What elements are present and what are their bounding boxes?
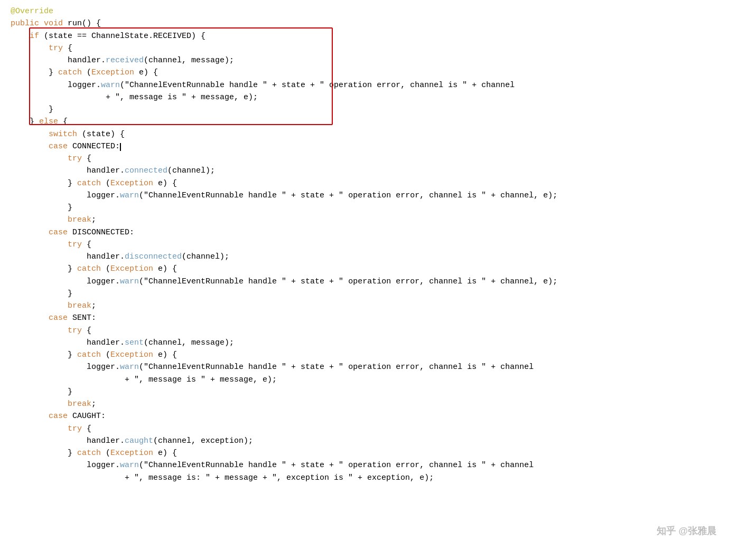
line-12-text: case CONNECTED: bbox=[11, 140, 121, 153]
line-24-text: } bbox=[11, 288, 72, 300]
code-line-22: } catch (Exception e) { bbox=[0, 263, 748, 275]
line-38-text: logger.warn("ChannelEventRunnable handle… bbox=[11, 459, 534, 471]
line-18-text: break; bbox=[11, 214, 96, 226]
code-line-20: try { bbox=[0, 239, 748, 251]
line-27-text: try { bbox=[11, 325, 91, 337]
line-23-text: logger.warn("ChannelEventRunnable handle… bbox=[11, 276, 557, 288]
line-31-text: + ", message is " + message, e); bbox=[11, 374, 277, 386]
line-17-text: } bbox=[11, 202, 72, 214]
line-30-text: logger.warn("ChannelEventRunnable handle… bbox=[11, 361, 534, 373]
code-line-12: case CONNECTED: bbox=[0, 140, 748, 153]
code-line-29: } catch (Exception e) { bbox=[0, 349, 748, 361]
code-line-19: case DISCONNECTED: bbox=[0, 226, 748, 239]
code-line-21: handler.disconnected(channel); bbox=[0, 251, 748, 263]
code-line-25: break; bbox=[0, 300, 748, 312]
line-6-text: } catch (Exception e) { bbox=[11, 67, 158, 79]
watermark: 知乎 @张雅晨 bbox=[657, 524, 716, 539]
line-16-text: logger.warn("ChannelEventRunnable handle… bbox=[11, 189, 557, 202]
code-line-26: case SENT: bbox=[0, 312, 748, 324]
code-line-39: + ", message is: " + message + ", except… bbox=[0, 472, 748, 484]
line-19-text: case DISCONNECTED: bbox=[11, 226, 134, 239]
line-34-text: case CAUGHT: bbox=[11, 410, 106, 422]
line-32-text: } bbox=[11, 386, 72, 398]
code-line-38: logger.warn("ChannelEventRunnable handle… bbox=[0, 459, 748, 471]
code-line-9: } bbox=[0, 103, 748, 116]
code-line-10: } else { bbox=[0, 116, 748, 128]
code-line-3: if (state == ChannelState.RECEIVED) { bbox=[0, 30, 748, 42]
line-37-text: } catch (Exception e) { bbox=[11, 447, 177, 459]
code-line-28: handler.sent(channel, message); bbox=[0, 337, 748, 349]
code-line-30: logger.warn("ChannelEventRunnable handle… bbox=[0, 361, 748, 373]
line-28-text: handler.sent(channel, message); bbox=[11, 337, 234, 349]
line-7-text: logger.warn("ChannelEventRunnable handle… bbox=[11, 79, 515, 91]
code-line-14: handler.connected(channel); bbox=[0, 165, 748, 177]
line-9-text: } bbox=[11, 103, 53, 116]
line-3-text: if (state == ChannelState.RECEIVED) { bbox=[11, 30, 205, 42]
line-35-text: try { bbox=[11, 423, 91, 435]
line-10-text: } else { bbox=[11, 116, 68, 128]
code-line-2: public void run() { bbox=[0, 17, 748, 30]
line-33-text: break; bbox=[11, 398, 96, 410]
line-29-text: } catch (Exception e) { bbox=[11, 349, 177, 361]
code-line-16: logger.warn("ChannelEventRunnable handle… bbox=[0, 189, 748, 202]
line-15-text: } catch (Exception e) { bbox=[11, 177, 177, 189]
code-line-17: } bbox=[0, 202, 748, 214]
code-line-34: case CAUGHT: bbox=[0, 410, 748, 422]
code-line-7: logger.warn("ChannelEventRunnable handle… bbox=[0, 79, 748, 91]
line-25-text: break; bbox=[11, 300, 96, 312]
code-line-1: @Override bbox=[0, 5, 748, 17]
code-line-6: } catch (Exception e) { bbox=[0, 67, 748, 79]
line-22-text: } catch (Exception e) { bbox=[11, 263, 177, 275]
code-line-27: try { bbox=[0, 325, 748, 337]
code-line-8: + ", message is " + message, e); bbox=[0, 91, 748, 103]
code-line-15: } catch (Exception e) { bbox=[0, 177, 748, 189]
line-36-text: handler.caught(channel, exception); bbox=[11, 435, 253, 447]
code-line-5: handler.received(channel, message); bbox=[0, 54, 748, 67]
line-14-text: handler.connected(channel); bbox=[11, 165, 215, 177]
code-line-36: handler.caught(channel, exception); bbox=[0, 435, 748, 447]
annotation-override: @Override bbox=[11, 5, 53, 17]
line-5-text: handler.received(channel, message); bbox=[11, 54, 234, 67]
code-line-13: try { bbox=[0, 153, 748, 165]
code-line-11: switch (state) { bbox=[0, 128, 748, 140]
line-8-text: + ", message is " + message, e); bbox=[11, 91, 258, 103]
line-21-text: handler.disconnected(channel); bbox=[11, 251, 229, 263]
line-11-text: switch (state) { bbox=[11, 128, 125, 140]
code-line-4: try { bbox=[0, 42, 748, 54]
code-line-24: } bbox=[0, 288, 748, 300]
code-container: @Override public void run() { if (state … bbox=[0, 0, 748, 560]
line-4-text: try { bbox=[11, 42, 72, 54]
line-26-text: case SENT: bbox=[11, 312, 96, 324]
line-20-text: try { bbox=[11, 239, 91, 251]
line-39-text: + ", message is: " + message + ", except… bbox=[11, 472, 434, 484]
line-2-text: public void run() { bbox=[11, 17, 101, 30]
line-13-text: try { bbox=[11, 153, 91, 165]
code-line-35: try { bbox=[0, 423, 748, 435]
code-line-31: + ", message is " + message, e); bbox=[0, 374, 748, 386]
code-line-32: } bbox=[0, 386, 748, 398]
code-line-23: logger.warn("ChannelEventRunnable handle… bbox=[0, 276, 748, 288]
code-line-37: } catch (Exception e) { bbox=[0, 447, 748, 459]
code-line-18: break; bbox=[0, 214, 748, 226]
code-line-33: break; bbox=[0, 398, 748, 410]
